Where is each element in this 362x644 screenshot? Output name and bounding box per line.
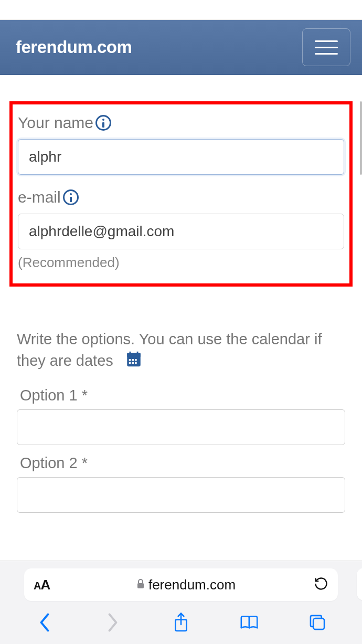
options-intro: Write the options. You can use the calen… bbox=[17, 329, 345, 373]
svg-rect-1 bbox=[127, 353, 141, 356]
hamburger-line bbox=[315, 40, 338, 42]
svg-rect-3 bbox=[137, 351, 139, 354]
svg-rect-9 bbox=[135, 362, 137, 364]
forward-button bbox=[97, 609, 129, 636]
text-size-control[interactable]: AA bbox=[34, 577, 65, 593]
hamburger-line bbox=[315, 47, 338, 48]
back-button[interactable] bbox=[29, 609, 60, 636]
hamburger-line bbox=[315, 53, 338, 55]
site-navbar: ferendum.com bbox=[0, 20, 362, 75]
address-bar[interactable]: AA ferendum.com bbox=[24, 568, 338, 601]
email-label-text: e-mail bbox=[18, 188, 61, 206]
brand-logo[interactable]: ferendum.com bbox=[16, 37, 132, 57]
svg-rect-4 bbox=[129, 359, 131, 361]
browser-bottom-chrome: AA ferendum.com bbox=[0, 561, 362, 644]
svg-rect-10 bbox=[137, 583, 144, 588]
info-icon[interactable] bbox=[63, 189, 79, 205]
tabs-button[interactable] bbox=[302, 609, 333, 636]
svg-rect-5 bbox=[132, 359, 134, 361]
calendar-icon[interactable] bbox=[125, 350, 143, 374]
svg-rect-6 bbox=[135, 359, 137, 361]
option-row: Option 2 * bbox=[17, 455, 345, 513]
name-input[interactable] bbox=[18, 139, 344, 175]
tab-peek[interactable] bbox=[357, 568, 362, 600]
hamburger-menu-button[interactable] bbox=[302, 28, 350, 66]
option-input-2[interactable] bbox=[17, 477, 345, 513]
browser-toolbar bbox=[0, 605, 362, 644]
email-helper-text: (Recommended) bbox=[18, 255, 344, 271]
address-bar-row: AA ferendum.com bbox=[0, 561, 362, 605]
bookmarks-button[interactable] bbox=[233, 609, 265, 636]
svg-rect-2 bbox=[129, 351, 131, 354]
option-label: Option 1 * bbox=[17, 387, 345, 404]
email-label: e-mail bbox=[18, 188, 344, 206]
svg-rect-8 bbox=[132, 362, 134, 364]
email-input[interactable] bbox=[18, 214, 344, 249]
page-content: Your name e-mail (Recommended) Write the… bbox=[0, 101, 362, 513]
name-field-group: Your name bbox=[18, 114, 344, 175]
share-button[interactable] bbox=[165, 609, 197, 636]
options-section: Write the options. You can use the calen… bbox=[9, 329, 353, 513]
lock-icon bbox=[136, 577, 145, 593]
reload-button[interactable] bbox=[306, 576, 328, 593]
info-icon[interactable] bbox=[95, 115, 111, 131]
option-label: Option 2 * bbox=[17, 455, 345, 472]
svg-rect-13 bbox=[313, 618, 324, 629]
options-intro-text: Write the options. You can use the calen… bbox=[17, 331, 322, 369]
name-label: Your name bbox=[18, 114, 344, 132]
email-field-group: e-mail (Recommended) bbox=[18, 188, 344, 271]
address-domain-text: ferendum.com bbox=[148, 577, 236, 593]
scrollbar-thumb[interactable] bbox=[360, 101, 362, 175]
highlighted-user-fields: Your name e-mail (Recommended) bbox=[9, 101, 353, 287]
address-display[interactable]: ferendum.com bbox=[65, 577, 306, 593]
option-input-1[interactable] bbox=[17, 409, 345, 445]
browser-top-strip bbox=[0, 0, 362, 20]
option-row: Option 1 * bbox=[17, 387, 345, 445]
svg-rect-7 bbox=[129, 362, 131, 364]
name-label-text: Your name bbox=[18, 114, 93, 132]
